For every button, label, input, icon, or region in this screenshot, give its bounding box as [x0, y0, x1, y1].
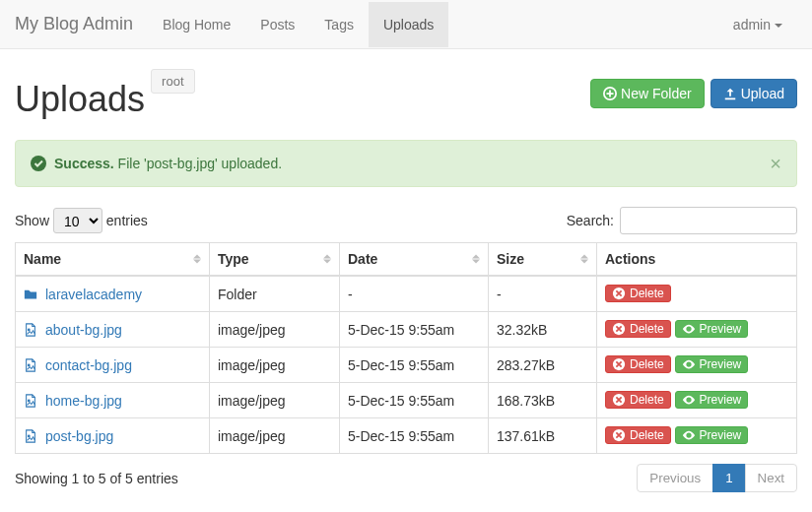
type-cell: image/jpeg: [210, 418, 340, 454]
type-cell: image/jpeg: [210, 348, 340, 383]
show-label: Show: [15, 213, 49, 228]
svg-point-6: [28, 364, 30, 366]
chevron-down-icon: [775, 24, 782, 28]
pagination: Previous 1 Next: [637, 464, 797, 492]
table-row: contact-bg.jpgimage/jpeg5-Dec-15 9:55am2…: [16, 348, 797, 383]
upload-button[interactable]: Upload: [710, 79, 797, 108]
preview-button[interactable]: Preview: [675, 426, 749, 444]
sort-icon: [323, 255, 331, 264]
svg-point-1: [31, 156, 46, 171]
table-row: about-bg.jpgimage/jpeg5-Dec-15 9:55am32.…: [16, 312, 797, 348]
nav-items: Blog HomePostsTagsUploads: [148, 2, 448, 47]
preview-button[interactable]: Preview: [675, 355, 749, 373]
col-actions: Actions: [597, 243, 797, 277]
sort-icon: [580, 255, 588, 264]
x-circle-icon: [612, 357, 626, 371]
plus-circle-icon: [603, 87, 617, 100]
x-circle-icon: [612, 428, 626, 442]
nav-item-posts[interactable]: Posts: [245, 2, 309, 47]
entries-label: entries: [106, 213, 148, 228]
svg-point-9: [28, 400, 30, 402]
file-image-icon: [24, 358, 37, 372]
delete-button[interactable]: Delete: [605, 320, 671, 338]
date-cell: 5-Dec-15 9:55am: [340, 348, 489, 383]
brand[interactable]: My Blog Admin: [15, 14, 148, 34]
size-cell: 137.61kB: [489, 418, 597, 454]
sort-icon: [193, 255, 201, 264]
file-link[interactable]: post-bg.jpg: [45, 428, 113, 444]
preview-button[interactable]: Preview: [675, 391, 749, 409]
size-cell: -: [489, 276, 597, 312]
file-link[interactable]: laravelacademy: [45, 287, 142, 302]
page-size-select[interactable]: 10: [53, 208, 102, 233]
x-circle-icon: [612, 322, 626, 336]
user-menu[interactable]: admin: [718, 2, 797, 47]
nav-item-uploads[interactable]: Uploads: [369, 2, 448, 47]
file-link[interactable]: contact-bg.jpg: [45, 357, 132, 373]
new-folder-button[interactable]: New Folder: [590, 79, 705, 108]
type-cell: Folder: [210, 276, 340, 312]
folder-icon: [24, 288, 37, 301]
delete-button[interactable]: Delete: [605, 285, 671, 302]
delete-button[interactable]: Delete: [605, 391, 671, 409]
next-button[interactable]: Next: [745, 464, 797, 492]
check-circle-icon: [31, 156, 46, 171]
table-row: post-bg.jpgimage/jpeg5-Dec-15 9:55am137.…: [16, 418, 797, 454]
nav-item-tags[interactable]: Tags: [309, 2, 369, 47]
page-1-button[interactable]: 1: [712, 464, 745, 492]
x-circle-icon: [612, 287, 626, 300]
file-link[interactable]: home-bg.jpg: [45, 393, 122, 409]
file-link[interactable]: about-bg.jpg: [45, 322, 122, 338]
svg-point-3: [28, 329, 30, 331]
sort-icon: [472, 255, 480, 264]
upload-icon: [723, 87, 737, 100]
eye-icon: [682, 322, 696, 336]
eye-icon: [682, 393, 696, 407]
date-cell: 5-Dec-15 9:55am: [340, 383, 489, 418]
table-row: home-bg.jpgimage/jpeg5-Dec-15 9:55am168.…: [16, 383, 797, 418]
success-alert: Success. File 'post-bg.jpg' uploaded. ×: [15, 140, 797, 187]
eye-icon: [682, 428, 696, 442]
svg-point-11: [687, 399, 690, 402]
preview-button[interactable]: Preview: [675, 320, 749, 338]
previous-button[interactable]: Previous: [637, 464, 713, 492]
file-image-icon: [24, 429, 37, 443]
type-cell: image/jpeg: [210, 383, 340, 418]
file-image-icon: [24, 394, 37, 408]
svg-point-5: [687, 328, 690, 331]
page-title: Uploads: [15, 79, 145, 120]
file-image-icon: [24, 323, 37, 337]
size-cell: 168.73kB: [489, 383, 597, 418]
search-label: Search:: [567, 213, 614, 228]
table-row: laravelacademyFolder-- Delete: [16, 276, 797, 312]
eye-icon: [682, 357, 696, 371]
date-cell: 5-Dec-15 9:55am: [340, 418, 489, 454]
date-cell: 5-Dec-15 9:55am: [340, 312, 489, 348]
svg-point-8: [687, 363, 690, 366]
delete-button[interactable]: Delete: [605, 355, 671, 373]
col-type[interactable]: Type: [210, 243, 340, 277]
size-cell: 32.32kB: [489, 312, 597, 348]
col-date[interactable]: Date: [340, 243, 489, 277]
col-name[interactable]: Name: [16, 243, 210, 277]
table-info: Showing 1 to 5 of 5 entries: [15, 471, 178, 486]
search-input[interactable]: [620, 207, 797, 234]
alert-close-button[interactable]: ×: [770, 153, 781, 175]
breadcrumb[interactable]: root: [151, 69, 194, 94]
date-cell: -: [340, 276, 489, 312]
navbar: My Blog Admin Blog HomePostsTagsUploads …: [0, 0, 812, 49]
type-cell: image/jpeg: [210, 312, 340, 348]
x-circle-icon: [612, 393, 626, 407]
svg-point-12: [28, 435, 30, 437]
delete-button[interactable]: Delete: [605, 426, 671, 444]
svg-point-14: [687, 434, 690, 437]
size-cell: 283.27kB: [489, 348, 597, 383]
files-table: Name Type Date Size Actions laravelacade…: [15, 242, 797, 454]
col-size[interactable]: Size: [489, 243, 597, 277]
nav-item-blog-home[interactable]: Blog Home: [148, 2, 245, 47]
